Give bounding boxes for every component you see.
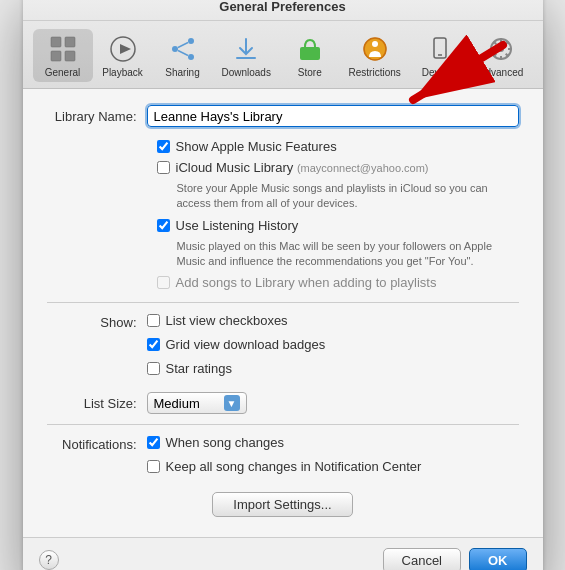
toolbar-item-playback[interactable]: Playback <box>93 29 153 82</box>
apple-music-group: Show Apple Music Features <box>157 139 519 156</box>
library-name-row: Library Name: <box>47 105 519 127</box>
grid-view-row: Grid view download badges <box>147 337 326 354</box>
svg-point-8 <box>188 38 194 44</box>
keep-all-checkbox[interactable] <box>147 460 160 473</box>
toolbar-item-devices[interactable]: Devices <box>410 29 470 82</box>
keep-all-row: Keep all song changes in Notification Ce… <box>147 459 422 476</box>
svg-point-15 <box>372 41 378 47</box>
toolbar-item-advanced[interactable]: Advanced <box>470 29 533 82</box>
advanced-icon <box>485 33 517 65</box>
ok-button[interactable]: OK <box>469 548 527 570</box>
add-songs-group: Add songs to Library when adding to play… <box>157 275 519 292</box>
toolbar-label-general: General <box>45 67 81 78</box>
toolbar-label-advanced: Advanced <box>479 67 523 78</box>
svg-marker-6 <box>120 44 131 54</box>
svg-rect-4 <box>65 51 75 61</box>
icloud-subtext: (mayconnect@yahoo.com) <box>297 162 429 174</box>
library-name-input[interactable] <box>147 105 519 127</box>
svg-rect-1 <box>51 37 61 47</box>
svg-line-25 <box>494 42 497 45</box>
toolbar-label-restrictions: Restrictions <box>349 67 401 78</box>
notifications-options: When song changes Keep all song changes … <box>147 435 422 480</box>
store-icon <box>294 33 326 65</box>
icloud-library-label: iCloud Music Library (mayconnect@yahoo.c… <box>176 160 429 177</box>
when-song-row: When song changes <box>147 435 422 452</box>
toolbar-label-downloads: Downloads <box>221 67 270 78</box>
listening-history-label: Use Listening History <box>176 218 299 235</box>
add-songs-label: Add songs to Library when adding to play… <box>176 275 437 292</box>
keep-all-label: Keep all song changes in Notification Ce… <box>166 459 422 476</box>
toolbar-item-restrictions[interactable]: Restrictions <box>340 29 410 82</box>
show-apple-music-checkbox[interactable] <box>157 140 170 153</box>
sharing-icon <box>167 33 199 65</box>
toolbar-label-store: Store <box>298 67 322 78</box>
toolbar-label-playback: Playback <box>102 67 143 78</box>
cancel-button[interactable]: Cancel <box>383 548 461 570</box>
toolbar-item-general[interactable]: General <box>33 29 93 82</box>
list-view-row: List view checkboxes <box>147 313 326 330</box>
svg-rect-3 <box>51 51 61 61</box>
add-songs-row: Add songs to Library when adding to play… <box>157 275 519 292</box>
bottom-buttons: Cancel OK <box>383 548 527 570</box>
notifications-section: Notifications: When song changes Keep al… <box>47 435 519 480</box>
toolbar-item-store[interactable]: Store <box>280 29 340 82</box>
toolbar-item-downloads[interactable]: Downloads <box>213 29 280 82</box>
svg-line-26 <box>506 54 509 57</box>
svg-point-7 <box>172 46 178 52</box>
toolbar-label-sharing: Sharing <box>165 67 199 78</box>
add-songs-checkbox[interactable] <box>157 276 170 289</box>
list-size-select[interactable]: Medium ▼ <box>147 392 247 414</box>
import-settings-button[interactable]: Import Settings... <box>212 492 352 517</box>
show-apple-music-label: Show Apple Music Features <box>176 139 337 156</box>
svg-rect-13 <box>300 47 320 60</box>
listening-history-row: Use Listening History <box>157 218 519 235</box>
list-size-label: List Size: <box>47 396 147 411</box>
show-options: List view checkboxes Grid view download … <box>147 313 326 382</box>
grid-view-checkbox[interactable] <box>147 338 160 351</box>
svg-line-27 <box>506 42 509 45</box>
bottom-bar: ? Cancel OK <box>23 537 543 570</box>
import-btn-row: Import Settings... <box>47 492 519 517</box>
toolbar: General Playback <box>23 21 543 89</box>
listening-group: Use Listening History Music played on th… <box>157 218 519 270</box>
svg-rect-2 <box>65 37 75 47</box>
playback-icon <box>107 33 139 65</box>
divider-2 <box>47 424 519 425</box>
dropdown-arrow-icon: ▼ <box>224 395 240 411</box>
help-button[interactable]: ? <box>39 550 59 570</box>
show-apple-music-row: Show Apple Music Features <box>157 139 519 156</box>
preferences-dialog: General Preferences General <box>23 0 543 570</box>
when-song-checkbox[interactable] <box>147 436 160 449</box>
divider-1 <box>47 302 519 303</box>
icloud-library-row: iCloud Music Library (mayconnect@yahoo.c… <box>157 160 519 177</box>
svg-line-10 <box>178 43 188 48</box>
icloud-group: iCloud Music Library (mayconnect@yahoo.c… <box>157 160 519 212</box>
title-bar: General Preferences <box>23 0 543 21</box>
icloud-library-checkbox[interactable] <box>157 161 170 174</box>
star-ratings-checkbox[interactable] <box>147 362 160 375</box>
grid-view-label: Grid view download badges <box>166 337 326 354</box>
icloud-helper-text: Store your Apple Music songs and playlis… <box>177 181 517 212</box>
when-song-label: When song changes <box>166 435 285 452</box>
svg-point-9 <box>188 54 194 60</box>
preferences-content: Library Name: Show Apple Music Features … <box>23 89 543 537</box>
notifications-label: Notifications: <box>47 435 147 480</box>
dialog-title: General Preferences <box>219 0 345 14</box>
toolbar-item-sharing[interactable]: Sharing <box>153 29 213 82</box>
list-view-checkbox[interactable] <box>147 314 160 327</box>
restrictions-icon <box>359 33 391 65</box>
list-size-row: List Size: Medium ▼ <box>47 392 519 414</box>
list-size-value: Medium <box>154 396 224 411</box>
listening-history-checkbox[interactable] <box>157 219 170 232</box>
list-view-label: List view checkboxes <box>166 313 288 330</box>
show-label: Show: <box>47 313 147 382</box>
svg-line-11 <box>178 51 188 56</box>
star-ratings-row: Star ratings <box>147 361 326 378</box>
svg-point-20 <box>498 46 504 52</box>
star-ratings-label: Star ratings <box>166 361 232 378</box>
devices-icon <box>424 33 456 65</box>
library-name-label: Library Name: <box>47 109 147 124</box>
toolbar-label-devices: Devices <box>422 67 458 78</box>
svg-line-28 <box>494 54 497 57</box>
listening-helper-text: Music played on this Mac will be seen by… <box>177 239 517 270</box>
